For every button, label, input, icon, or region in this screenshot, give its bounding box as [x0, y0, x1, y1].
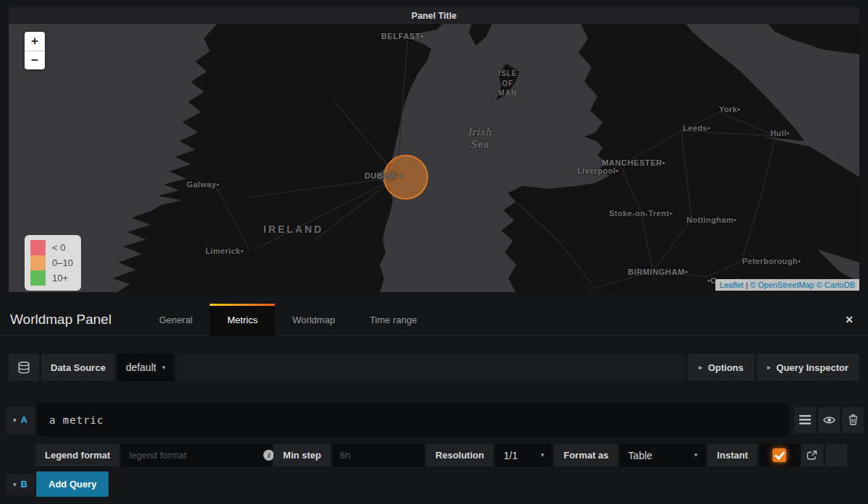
leaflet-link[interactable]: Leaflet: [720, 281, 744, 289]
panel-editor-toolbar: Worldmap Panel General Metrics Worldmap …: [0, 304, 868, 336]
query-options-row: Legend format i Min step i Resolution 1/…: [35, 444, 847, 466]
query-row-a: ▾ A: [6, 403, 864, 436]
chevron-down-icon: ▾: [13, 417, 17, 424]
add-query-button[interactable]: Add Query: [36, 471, 109, 497]
resolution-label: Resolution: [426, 444, 493, 466]
query-b-collapse-toggle[interactable]: ▾ B: [6, 474, 35, 495]
attribution-divider: |: [746, 281, 748, 289]
datasource-value: default: [126, 362, 156, 373]
database-icon: [17, 362, 30, 374]
editor-title: Worldmap Panel: [0, 304, 142, 336]
tab-metrics[interactable]: Metrics: [210, 304, 275, 336]
query-inspector-label: Query Inspector: [776, 362, 848, 373]
legend-swatch-red: [30, 240, 46, 255]
trash-icon: [848, 414, 858, 425]
dublin-data-circle[interactable]: [384, 155, 427, 199]
legend-item: < 0: [30, 240, 73, 255]
instant-label: Instant: [707, 444, 757, 466]
legend-label: < 0: [52, 242, 65, 253]
query-row-b: ▾ B Add Query: [6, 471, 109, 497]
datasource-row: Data Source default ▾ ▸ Options ▸ Query …: [9, 354, 859, 381]
chevron-down-icon: ▾: [13, 481, 17, 488]
query-inspector-button[interactable]: ▸ Query Inspector: [757, 354, 859, 381]
worldmap[interactable]: BELFAST• ISLE OF MAN Irish Sea DUBLIN • …: [9, 24, 859, 292]
share-query-button[interactable]: [801, 444, 823, 466]
format-as-value: Table: [628, 450, 652, 461]
close-icon: ✕: [845, 314, 854, 325]
hamburger-menu-icon: [799, 415, 811, 424]
query-a-collapse-toggle[interactable]: ▾ A: [6, 406, 35, 434]
datasource-label: Data Source: [41, 354, 115, 381]
datasource-icon-box: [9, 354, 39, 381]
zoom-out-button[interactable]: −: [25, 51, 45, 69]
query-ref-b: B: [21, 479, 27, 490]
format-as-label: Format as: [554, 444, 618, 466]
instant-checkbox[interactable]: [773, 448, 786, 462]
cartodb-link[interactable]: © CartoDB: [817, 281, 855, 289]
datasource-filler: [176, 354, 686, 381]
openstreetmap-link[interactable]: © OpenStreetMap: [750, 281, 814, 289]
legend-label: 10+: [52, 273, 68, 283]
editor-tabs: General Metrics Worldmap Time range: [142, 304, 434, 336]
legend-format-label: Legend format: [35, 444, 119, 466]
legend-item: 10+: [30, 270, 73, 286]
legend-label: 0–10: [52, 257, 73, 268]
legend-item: 0–10: [30, 255, 73, 270]
format-as-select[interactable]: Table ▾: [620, 444, 705, 466]
legend-swatch-green: [30, 270, 46, 286]
query-ref-a: A: [21, 414, 27, 425]
resolution-value: 1/1: [503, 450, 517, 461]
close-editor-button[interactable]: ✕: [845, 304, 854, 336]
query-expression-input[interactable]: [38, 403, 788, 436]
eye-icon: [823, 416, 835, 424]
share-icon: [807, 450, 817, 461]
legend-swatch-orange: [30, 255, 46, 270]
info-icon: i: [263, 450, 274, 461]
query-delete-button[interactable]: [842, 407, 864, 433]
query-menu-button[interactable]: [794, 407, 816, 433]
chevron-down-icon: ▾: [694, 452, 698, 458]
zoom-in-button[interactable]: +: [25, 32, 45, 51]
query-disable-button[interactable]: [818, 407, 840, 433]
query-options-extra-button[interactable]: [825, 444, 847, 466]
tab-time-range[interactable]: Time range: [352, 304, 434, 336]
datasource-select[interactable]: default ▾: [117, 354, 174, 381]
chevron-right-icon: ▸: [699, 364, 702, 371]
chevron-right-icon: ▸: [767, 364, 771, 371]
map-attribution: Leaflet|© OpenStreetMap © CartoDB: [715, 279, 859, 291]
tab-general[interactable]: General: [142, 304, 210, 336]
legend-format-input[interactable]: [122, 444, 263, 466]
options-button[interactable]: ▸ Options: [688, 354, 754, 381]
zoom-control: + −: [25, 32, 45, 69]
options-button-label: Options: [708, 362, 744, 373]
chevron-down-icon: ▾: [541, 452, 545, 458]
min-step-field: i: [333, 444, 424, 466]
legend-format-field: i: [122, 444, 271, 466]
min-step-label: Min step: [273, 444, 331, 466]
resolution-select[interactable]: 1/1 ▾: [495, 444, 552, 466]
instant-checkbox-cell: [760, 444, 799, 466]
map-canvas[interactable]: [9, 24, 859, 292]
map-legend: < 0 0–10 10+: [25, 235, 81, 291]
tab-worldmap[interactable]: Worldmap: [275, 304, 352, 336]
chevron-down-icon: ▾: [162, 364, 166, 371]
panel-title[interactable]: Panel Title: [9, 7, 859, 24]
